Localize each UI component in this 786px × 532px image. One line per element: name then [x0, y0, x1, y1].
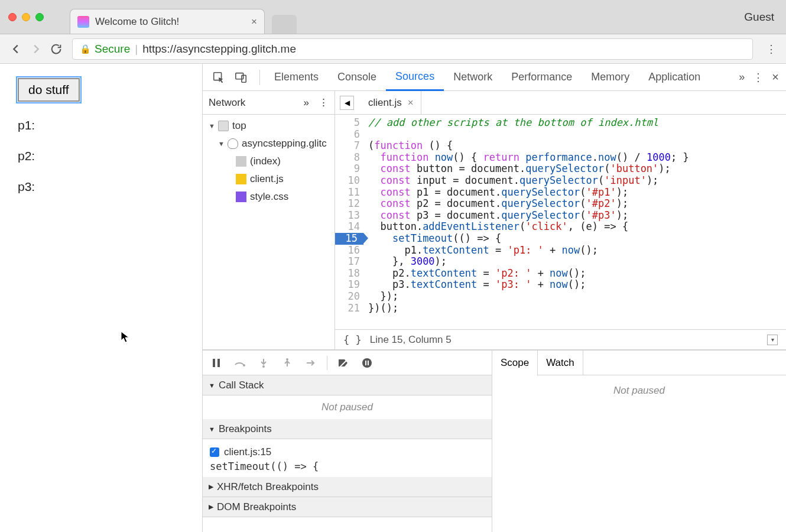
browser-titlebar: Welcome to Glitch! × Guest	[0, 0, 786, 34]
pause-on-exceptions-button[interactable]	[359, 355, 375, 371]
line-gutter[interactable]: 56789101112131415161718192021	[335, 115, 363, 329]
toggle-navigator-icon[interactable]: ◀	[340, 96, 354, 110]
css-file-icon	[236, 192, 246, 202]
reload-button[interactable]	[46, 39, 66, 59]
svg-rect-3	[213, 359, 215, 367]
breakpoint-item[interactable]: client.js:15	[210, 444, 485, 460]
window-close-button[interactable]	[8, 13, 17, 21]
browser-tab[interactable]: Welcome to Glitch! ×	[70, 9, 265, 34]
step-into-button[interactable]	[256, 355, 271, 371]
webpage-area: do stuff p1: p2: p3:	[0, 64, 203, 532]
guest-profile-label[interactable]: Guest	[744, 11, 774, 24]
tree-item-domain[interactable]: ▼ asyncstepping.glitc	[203, 135, 334, 153]
sources-navigator: Network » ⋮ ▼ top ▼	[203, 91, 335, 349]
browser-toolbar: 🔒Secure | https://asyncstepping.glitch.m…	[0, 34, 786, 64]
chevron-right-icon: ▶	[209, 503, 213, 511]
code-editor: ◀ client.js × 56789101112131415161718192…	[335, 91, 786, 349]
browser-menu-icon[interactable]: ⋮	[762, 43, 780, 56]
tab-title: Welcome to Glitch!	[95, 16, 251, 28]
chevron-down-icon: ▼	[218, 140, 224, 147]
step-over-button[interactable]	[232, 355, 248, 371]
scope-tab[interactable]: Scope	[492, 351, 538, 375]
svg-point-7	[286, 358, 288, 361]
tree-item-clientjs[interactable]: client.js	[203, 170, 334, 188]
window-minimize-button[interactable]	[22, 13, 30, 21]
tab-close-icon[interactable]: ×	[251, 16, 257, 28]
callstack-empty-text: Not paused	[203, 395, 492, 419]
new-tab-button[interactable]	[272, 15, 297, 34]
svg-rect-10	[365, 361, 366, 365]
source-code[interactable]: // add other scripts at the bottom of in…	[363, 115, 786, 329]
svg-point-6	[262, 365, 265, 368]
device-toggle-icon[interactable]	[232, 69, 250, 86]
devtools-panel: Elements Console Sources Network Perform…	[203, 64, 786, 532]
p3-label: p3:	[18, 180, 184, 194]
do-stuff-button[interactable]: do stuff	[18, 78, 80, 102]
scope-empty-text: Not paused	[613, 385, 665, 397]
callstack-header[interactable]: ▼ Call Stack	[203, 375, 492, 395]
close-file-icon[interactable]: ×	[408, 97, 414, 109]
tab-elements[interactable]: Elements	[265, 64, 328, 91]
step-button[interactable]	[303, 355, 319, 371]
tab-console[interactable]: Console	[328, 64, 386, 91]
chevron-down-icon: ▼	[209, 426, 215, 433]
breakpoint-location: client.js:15	[224, 446, 271, 458]
devtools-tabbar: Elements Console Sources Network Perform…	[203, 64, 786, 91]
p2-label: p2:	[18, 149, 184, 163]
more-tabs-icon[interactable]: »	[739, 71, 745, 83]
tab-performance[interactable]: Performance	[502, 64, 582, 91]
p1-label: p1:	[18, 118, 184, 132]
tab-sources[interactable]: Sources	[386, 64, 444, 91]
dom-breakpoints-header[interactable]: ▶ DOM Breakpoints	[203, 497, 492, 517]
document-icon	[236, 156, 246, 167]
breakpoint-preview: setTimeout(() => {	[210, 460, 485, 472]
tree-item-top[interactable]: ▼ top	[203, 117, 334, 135]
breakpoints-header[interactable]: ▼ Breakpoints	[203, 419, 492, 439]
navigator-tab-network[interactable]: Network	[209, 97, 245, 109]
chevron-right-icon: ▶	[209, 483, 213, 491]
address-bar[interactable]: 🔒Secure | https://asyncstepping.glitch.m…	[72, 38, 753, 60]
breakpoint-checkbox[interactable]	[210, 447, 219, 457]
svg-rect-11	[368, 361, 369, 365]
pause-button[interactable]	[209, 355, 224, 371]
step-out-button[interactable]	[280, 355, 295, 371]
frame-icon	[218, 121, 229, 131]
tab-application[interactable]: Application	[639, 64, 710, 91]
cloud-icon	[228, 138, 238, 149]
svg-point-5	[243, 364, 245, 366]
tab-network[interactable]: Network	[444, 64, 502, 91]
more-nav-tabs-icon[interactable]: »	[304, 97, 309, 109]
cursor-position: Line 15, Column 5	[370, 334, 452, 346]
tab-memory[interactable]: Memory	[582, 64, 639, 91]
xhr-breakpoints-header[interactable]: ▶ XHR/fetch Breakpoints	[203, 477, 492, 497]
forward-button[interactable]	[26, 39, 46, 59]
secure-label: Secure	[95, 43, 130, 56]
watch-tab[interactable]: Watch	[538, 351, 583, 375]
url-text: https://asyncstepping.glitch.me	[142, 43, 296, 56]
devtools-menu-icon[interactable]: ⋮	[753, 71, 764, 84]
tab-favicon	[77, 16, 89, 28]
scope-pane: Scope Watch Not paused	[492, 351, 786, 532]
chevron-down-icon: ▼	[209, 122, 215, 129]
divider	[259, 70, 260, 85]
window-zoom-button[interactable]	[35, 13, 44, 21]
deactivate-breakpoints-button[interactable]	[336, 355, 351, 371]
svg-rect-1	[236, 73, 243, 79]
inspect-element-icon[interactable]	[210, 69, 228, 86]
lock-icon: 🔒	[80, 44, 91, 54]
debugger-pane: ▼ Call Stack Not paused ▼ Breakpoints cl…	[203, 351, 492, 532]
coverage-toggle-icon[interactable]: ▾	[767, 335, 778, 345]
file-tab-clientjs[interactable]: client.js ×	[361, 91, 421, 115]
chevron-down-icon: ▼	[209, 382, 215, 389]
svg-rect-4	[217, 359, 220, 367]
js-file-icon	[236, 174, 246, 184]
tree-item-index[interactable]: (index)	[203, 153, 334, 170]
nav-menu-icon[interactable]: ⋮	[319, 96, 329, 109]
pretty-print-icon[interactable]: { }	[343, 334, 362, 346]
tree-item-stylecss[interactable]: style.css	[203, 188, 334, 206]
devtools-close-icon[interactable]: ×	[772, 70, 779, 84]
divider	[327, 356, 327, 370]
svg-point-9	[362, 358, 372, 368]
back-button[interactable]	[6, 39, 26, 59]
